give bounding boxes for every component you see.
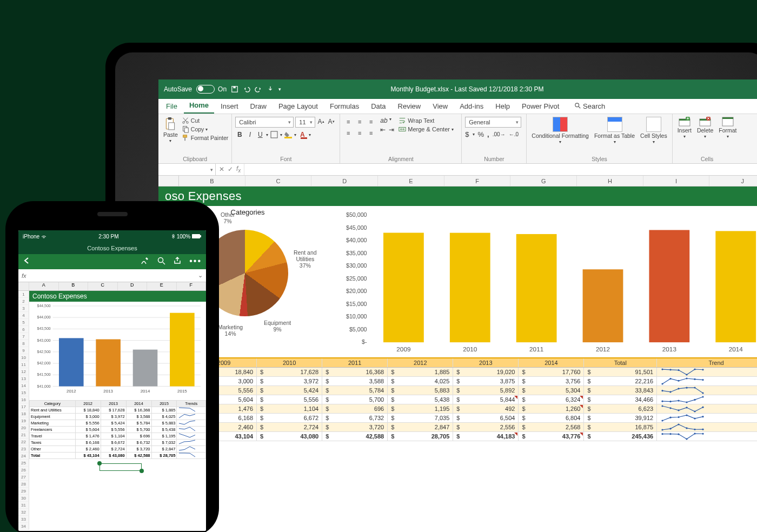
bar-chart[interactable]: $-$5,000$10,000$15,000$20,000$25,000$30,… <box>337 206 757 357</box>
redo-icon[interactable] <box>255 85 262 93</box>
phone-more-icon[interactable]: ••• <box>189 256 202 267</box>
search-box[interactable]: Search <box>569 100 610 114</box>
phone-toolbar: ••• <box>18 254 206 269</box>
qat-dropdown-icon[interactable]: ▾ <box>278 87 281 92</box>
paste-button[interactable]: Paste▾ <box>162 117 180 143</box>
autosave-toggle[interactable] <box>196 85 215 94</box>
svg-point-74 <box>686 407 688 408</box>
fill-color-button[interactable] <box>284 130 293 139</box>
phone-expand-icon[interactable]: ⌄ <box>198 272 203 279</box>
copy-icon <box>182 125 189 133</box>
formula-bar[interactable] <box>244 164 757 175</box>
ribbon-tabs: File Home Insert Draw Page Layout Formul… <box>158 99 757 114</box>
svg-point-52 <box>702 369 704 370</box>
fx-icon[interactable]: fx <box>236 165 241 174</box>
col-F[interactable]: F <box>444 176 511 186</box>
format-cells-button[interactable]: Format▾ <box>717 117 738 139</box>
data-table[interactable]: 200920102011201220132014TotalTrendUtilit… <box>158 357 757 441</box>
comma-button[interactable]: , <box>487 130 489 138</box>
touch-mode-icon[interactable] <box>267 85 274 93</box>
col-J[interactable]: J <box>709 176 757 186</box>
name-box[interactable] <box>158 164 216 175</box>
svg-point-93 <box>694 433 696 435</box>
orientation-button[interactable]: ab <box>380 117 387 124</box>
conditional-formatting-button[interactable]: Conditional Formatting▾ <box>530 117 590 144</box>
worksheet[interactable]: oso Expenses Categories Rent andUtilitie… <box>158 187 757 511</box>
phone-back-icon[interactable] <box>23 257 30 267</box>
select-all-corner[interactable] <box>158 176 179 186</box>
tab-review[interactable]: Review <box>393 100 427 114</box>
col-C[interactable]: C <box>245 176 312 186</box>
merge-center-button[interactable]: Merge & Center ▾ <box>399 125 454 133</box>
phone-bar-chart[interactable]: $41,000$41,500$42,000$42,500$43,000$43,5… <box>29 302 206 400</box>
col-E[interactable]: E <box>378 176 444 186</box>
phone-row-headers[interactable]: 1234567891011121314151617181920212223242… <box>18 291 29 530</box>
delete-cells-button[interactable]: Delete▾ <box>695 117 715 139</box>
tab-power-pivot[interactable]: Power Pivot <box>516 100 565 114</box>
increase-indent-button[interactable]: ⇥ <box>389 126 394 134</box>
col-H[interactable]: H <box>577 176 643 186</box>
cut-button[interactable]: Cut <box>182 117 228 124</box>
font-name-dropdown[interactable]: Calibri <box>235 117 294 128</box>
decrease┬font-icon[interactable]: A▾ <box>327 117 336 127</box>
tab-data[interactable]: Data <box>366 100 391 114</box>
phone-sheet[interactable]: 1234567891011121314151617181920212223242… <box>18 291 206 486</box>
tab-help[interactable]: Help <box>490 100 515 114</box>
svg-text:$10,000: $10,000 <box>346 313 367 320</box>
tab-page-layout[interactable]: Page Layout <box>273 100 323 114</box>
phone-search-icon[interactable] <box>157 256 165 267</box>
tab-insert[interactable]: Insert <box>215 100 244 114</box>
cell-styles-button[interactable]: Cell Styles▾ <box>639 117 669 144</box>
increase-decimal-button[interactable]: .00→ <box>493 131 506 137</box>
bold-button[interactable]: B <box>235 130 244 139</box>
selection-handles[interactable] <box>99 463 142 471</box>
insert-cells-button[interactable]: Insert▾ <box>676 117 693 139</box>
phone-share-icon[interactable] <box>173 256 182 267</box>
copy-button[interactable]: Copy ▾ <box>182 125 228 133</box>
svg-point-55 <box>678 380 680 381</box>
border-button[interactable] <box>270 130 278 139</box>
cancel-formula-icon[interactable]: ✕ <box>219 165 224 173</box>
col-D[interactable]: D <box>311 176 378 186</box>
svg-text:$20,000: $20,000 <box>346 288 367 294</box>
font-size-dropdown[interactable]: 11 <box>295 117 315 128</box>
accounting-button[interactable]: $ <box>465 130 469 138</box>
col-G[interactable]: G <box>510 176 577 186</box>
wrap-text-button[interactable]: Wrap Text <box>399 117 454 124</box>
tab-file[interactable]: File <box>161 100 183 114</box>
insert-cells-icon <box>679 117 690 127</box>
percent-button[interactable]: % <box>478 130 484 138</box>
tab-draw[interactable]: Draw <box>245 100 272 114</box>
svg-text:$-: $- <box>362 338 367 345</box>
svg-text:2009: 2009 <box>396 345 410 353</box>
alignment-grid[interactable]: ≡≡≡≡≡≡ <box>343 117 376 138</box>
col-B[interactable]: B <box>179 176 245 186</box>
phone-draw-icon[interactable] <box>141 256 149 267</box>
decrease-decimal-button[interactable]: ←.0 <box>509 131 519 137</box>
col-I[interactable]: I <box>643 176 710 186</box>
underline-button[interactable]: U <box>256 130 264 139</box>
wifi-icon <box>41 234 47 238</box>
phone-banner: Contoso Expenses <box>29 291 206 302</box>
svg-rect-120 <box>133 350 158 387</box>
enter-formula-icon[interactable]: ✓ <box>228 165 233 173</box>
svg-rect-41 <box>583 269 623 342</box>
tab-addins[interactable]: Add-ins <box>454 100 489 114</box>
phone-formula-bar[interactable]: fx ⌄ <box>18 269 206 282</box>
decrease-indent-button[interactable]: ⇤ <box>380 126 386 134</box>
svg-text:$40,000: $40,000 <box>346 237 367 243</box>
tab-view[interactable]: View <box>427 100 453 114</box>
save-icon[interactable] <box>231 85 238 93</box>
undo-icon[interactable] <box>243 85 250 93</box>
format-painter-button[interactable]: Format Painter <box>182 134 228 142</box>
number-format-dropdown[interactable]: General <box>465 117 521 128</box>
tab-home[interactable]: Home <box>184 99 214 114</box>
italic-button[interactable]: I <box>245 130 254 139</box>
column-headers[interactable]: B C D E F G H I J <box>158 176 757 187</box>
phone-data-table[interactable]: Category2012201320142015TrendsRent and U… <box>29 400 206 459</box>
format-as-table-button[interactable]: Format as Table▾ <box>593 117 636 144</box>
svg-rect-13 <box>271 131 277 138</box>
tab-formulas[interactable]: Formulas <box>324 100 364 114</box>
increase-font-icon[interactable]: A▴ <box>317 117 326 127</box>
phone-column-headers[interactable]: A B C D E F <box>18 282 206 291</box>
